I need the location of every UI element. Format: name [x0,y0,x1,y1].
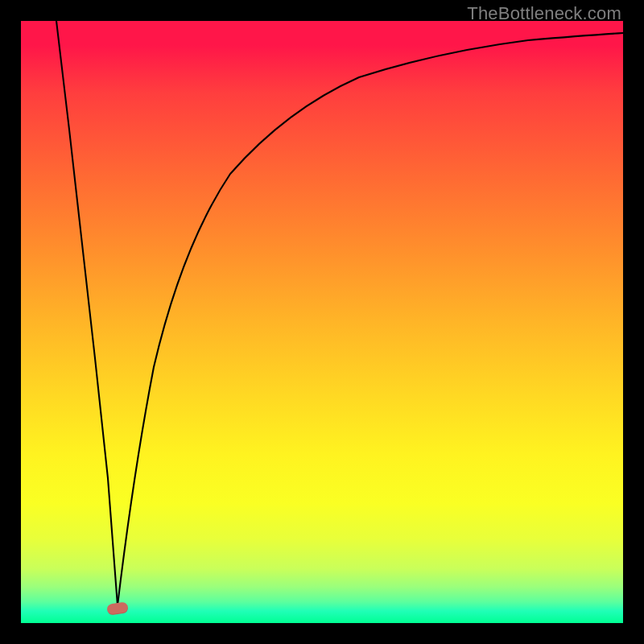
watermark-text: TheBottleneck.com [467,3,621,24]
chart-frame: TheBottleneck.com [0,0,644,644]
bottleneck-curve [21,21,623,623]
curve-left-branch [56,21,118,605]
plot-area [21,21,623,623]
curve-right-branch [118,33,623,605]
